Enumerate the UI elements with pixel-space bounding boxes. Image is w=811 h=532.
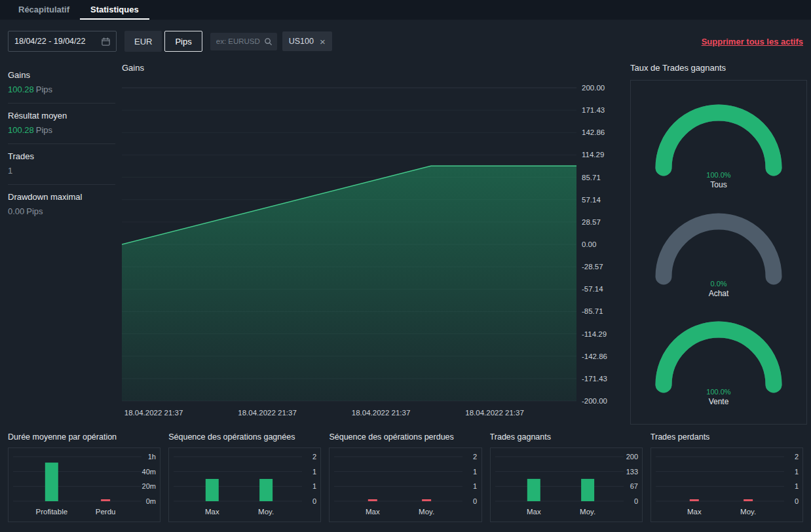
mini-chart-sequence-perdues: Séquence des opérations perdues 2110MaxM…	[329, 432, 481, 522]
category-label: Max	[366, 508, 380, 516]
mini-chart-box: 2110MaxMoy.	[329, 447, 481, 522]
symbol-search[interactable]	[210, 33, 277, 50]
gauge-achat: 0.0% Achat	[647, 207, 791, 298]
y-tick-label: 20m	[142, 482, 156, 490]
stat-gains: Gains 100.28Pips	[8, 63, 115, 104]
win-rate-panel: 100.0% Tous 0.0% Achat 100.0% Vente	[630, 80, 807, 425]
stat-value: 100.28Pips	[8, 85, 115, 94]
stat-unit: Pips	[36, 85, 52, 94]
win-streak-bar-chart: 2110MaxMoy.	[172, 451, 318, 520]
gauge-label: Tous	[647, 180, 791, 189]
y-tick-label: 0	[473, 497, 477, 505]
gauge-fill	[664, 113, 774, 168]
y-tick-label: 28.57	[582, 218, 601, 226]
chip-remove-icon[interactable]: ×	[320, 37, 326, 47]
mini-chart-title: Séquence des opérations gagnées	[168, 432, 321, 447]
y-tick-label: 2	[473, 453, 477, 461]
gauge-label: Achat	[647, 289, 791, 298]
mini-chart-box: 2110MaxMoy.	[651, 447, 803, 522]
winning-trades-bar-chart: 200133670MaxMoy.	[494, 451, 639, 520]
gauge-arc-achat	[647, 207, 791, 286]
win-rate-section: Taux de Trades gagnants 100.0% Tous 0.0%…	[630, 63, 807, 427]
zero-bar-max	[368, 499, 377, 501]
zero-bar-max	[690, 499, 699, 501]
category-label: Perdu	[96, 508, 116, 516]
gauge-value: 0.0%	[647, 280, 791, 288]
category-label: Moy.	[580, 508, 595, 516]
y-tick-label: -142.86	[582, 352, 607, 360]
duration-bar-chart: 1h40m20m0mProfitablePerdu	[12, 451, 157, 520]
gauge-value: 100.0%	[647, 388, 791, 396]
category-label: Max	[527, 508, 541, 516]
tab-recapitulatif[interactable]: Récapitulatif	[8, 0, 80, 20]
asset-chip-us100[interactable]: US100 ×	[282, 31, 332, 51]
gauge-vente: 100.0% Vente	[647, 315, 791, 406]
y-tick-label: 57.14	[582, 196, 601, 204]
gauge-arc-tous	[647, 98, 791, 177]
y-tick-label: 67	[630, 482, 637, 490]
stat-label: Trades	[8, 151, 115, 161]
gains-area-chart: 200.00171.43142.86114.2985.7157.1428.570…	[122, 80, 620, 423]
category-label: Moy.	[258, 508, 274, 516]
mini-chart-title: Durée moyenne par opération	[8, 432, 160, 447]
y-tick-label: 1	[795, 468, 799, 476]
gauge-track	[664, 221, 774, 276]
y-tick-label: 0	[633, 497, 637, 505]
y-tick-label: 40m	[142, 468, 156, 476]
y-tick-label: 2	[795, 453, 799, 461]
y-tick-label: 1	[473, 482, 477, 490]
mini-chart-title: Trades gagnants	[490, 432, 643, 447]
gains-area-fill	[122, 166, 576, 401]
x-tick-label: 18.04.2022 21:37	[238, 409, 297, 417]
mini-chart-title: Trades perdants	[651, 432, 803, 447]
y-tick-label: 1	[312, 468, 316, 476]
mini-chart-trades-perdants: Trades perdants 2110MaxMoy.	[651, 432, 803, 522]
stat-unit: Pips	[36, 125, 52, 135]
y-tick-label: 1	[312, 482, 316, 490]
summary-sidebar: Gains 100.28Pips Résultat moyen 100.28Pi…	[8, 63, 115, 225]
symbol-search-input[interactable]	[215, 37, 264, 46]
loss-streak-bar-chart: 2110MaxMoy.	[333, 451, 478, 520]
stat-trades: Trades 1	[8, 144, 115, 185]
mini-chart-box: 1h40m20m0mProfitablePerdu	[8, 447, 160, 522]
y-tick-label: 114.29	[582, 151, 604, 159]
category-label: Max	[205, 508, 219, 516]
mini-chart-title: Séquence des opérations perdues	[329, 432, 481, 447]
y-tick-label: 0	[312, 497, 316, 505]
stat-value: 100.28Pips	[8, 125, 115, 135]
gauge-tous: 100.0% Tous	[647, 98, 791, 189]
stat-number: 0.00	[8, 206, 24, 216]
category-label: Max	[687, 508, 702, 516]
zero-bar-moy	[423, 499, 432, 501]
category-label: Moy.	[740, 508, 756, 516]
mini-chart-duree-moyenne: Durée moyenne par opération 1h40m20m0mPr…	[8, 432, 160, 522]
y-tick-label: 2	[312, 453, 316, 461]
y-tick-label: 0m	[146, 497, 156, 505]
bar-moy	[581, 479, 594, 501]
currency-eur-button[interactable]: EUR	[124, 31, 162, 52]
date-range-value: 18/04/22 - 19/04/22	[14, 37, 85, 46]
x-tick-label: 18.04.2022 21:37	[465, 409, 524, 417]
y-tick-label: -171.43	[582, 375, 607, 383]
y-tick-label: -85.71	[582, 307, 603, 315]
gauge-fill	[664, 330, 774, 385]
stat-number: 100.28	[8, 125, 34, 135]
tab-bar: Récapitulatif Statistiques	[0, 0, 811, 20]
stat-unit: Pips	[26, 206, 43, 216]
y-tick-label: 1	[795, 482, 799, 490]
y-tick-label: -114.29	[582, 330, 607, 338]
y-tick-label: -57.14	[582, 285, 603, 293]
stat-value: 0.00Pips	[8, 206, 115, 216]
y-tick-label: 200	[626, 453, 637, 461]
y-tick-label: 200.00	[582, 84, 605, 92]
gauge-value: 100.0%	[647, 171, 791, 179]
delete-all-assets-link[interactable]: Supprimer tous les actifs	[702, 37, 803, 47]
stat-label: Gains	[8, 70, 115, 80]
date-range-picker[interactable]: 18/04/22 - 19/04/22	[8, 31, 117, 52]
win-rate-title: Taux de Trades gagnants	[630, 63, 807, 80]
unit-pips-button[interactable]: Pips	[164, 31, 202, 52]
zero-bar-perdu	[101, 499, 110, 501]
category-label: Profitable	[36, 508, 68, 516]
bar-moy	[259, 479, 273, 501]
tab-statistiques[interactable]: Statistiques	[80, 0, 149, 20]
